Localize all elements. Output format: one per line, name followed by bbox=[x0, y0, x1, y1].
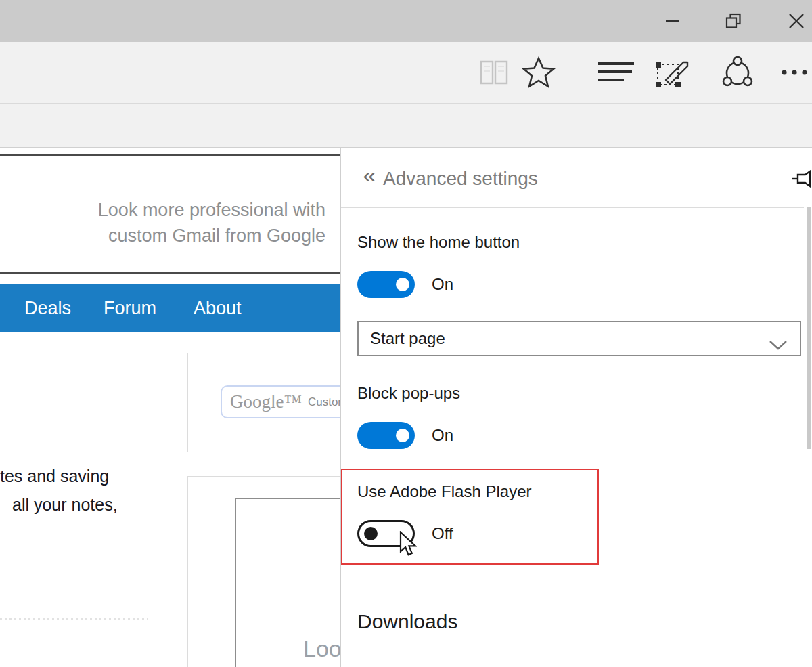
custom-search-watermark: Custom bbox=[308, 395, 340, 409]
back-button[interactable]: « bbox=[356, 160, 383, 190]
toggle-knob bbox=[396, 278, 409, 291]
title-bar bbox=[0, 0, 812, 42]
nav-link-about[interactable]: About bbox=[194, 298, 242, 319]
toggle-knob bbox=[396, 429, 409, 442]
home-button-toggle[interactable] bbox=[357, 271, 415, 298]
hub-button[interactable] bbox=[594, 42, 639, 103]
ad-text-line2: custom Gmail from Google bbox=[98, 223, 325, 249]
toggle-knob bbox=[364, 527, 378, 540]
popups-toggle-state: On bbox=[432, 426, 453, 445]
toolbar-divider bbox=[566, 56, 566, 89]
page-text-line1: tes and saving bbox=[0, 467, 109, 486]
share-icon bbox=[721, 56, 754, 89]
mouse-cursor bbox=[399, 531, 417, 559]
reading-view-icon bbox=[478, 59, 510, 86]
google-watermark: Google™ bbox=[230, 391, 302, 412]
web-page-content: Look more professional with custom Gmail… bbox=[0, 148, 340, 667]
favorites-star-icon bbox=[522, 56, 556, 89]
restore-button[interactable] bbox=[710, 0, 757, 42]
custom-search-input[interactable]: Google™ Custom bbox=[221, 385, 340, 418]
scrollbar-track bbox=[809, 449, 809, 667]
setting-label-flash: Use Adobe Flash Player bbox=[357, 482, 531, 501]
home-button-toggle-state: On bbox=[432, 275, 453, 294]
setting-label-home-button: Show the home button bbox=[357, 233, 520, 252]
browser-toolbar bbox=[0, 42, 812, 148]
start-page-dropdown[interactable]: Start page bbox=[357, 321, 801, 356]
page-text-line2: all your notes, bbox=[12, 495, 118, 515]
panel-header-divider bbox=[341, 207, 804, 208]
dropdown-value: Start page bbox=[370, 329, 445, 348]
hub-icon bbox=[597, 61, 635, 84]
setting-label-popups: Block pop-ups bbox=[357, 384, 460, 403]
nav-link-deals[interactable]: Deals bbox=[24, 298, 71, 319]
content-card: Loo bbox=[187, 476, 340, 667]
toolbar-row-divider bbox=[0, 103, 812, 104]
panel-title: Advanced settings bbox=[383, 168, 538, 190]
browser-window: Look more professional with custom Gmail… bbox=[0, 0, 812, 667]
more-button[interactable] bbox=[780, 42, 812, 103]
share-button[interactable] bbox=[717, 42, 758, 103]
popups-toggle[interactable] bbox=[357, 422, 415, 449]
minimize-button[interactable] bbox=[649, 0, 696, 42]
dotted-divider bbox=[0, 618, 148, 620]
ad-banner[interactable]: Look more professional with custom Gmail… bbox=[0, 154, 340, 274]
reading-view-button[interactable] bbox=[475, 42, 513, 103]
more-icon bbox=[780, 68, 811, 77]
restore-icon bbox=[725, 13, 742, 29]
chevron-down-icon bbox=[769, 335, 788, 354]
site-nav-bar: Deals Forum About bbox=[0, 284, 340, 332]
ad-text: Look more professional with custom Gmail… bbox=[98, 197, 325, 249]
partial-text: Loo bbox=[303, 636, 340, 662]
pin-icon bbox=[792, 169, 812, 188]
pin-button[interactable] bbox=[792, 169, 812, 188]
advanced-settings-panel: « Advanced settings Show the home button… bbox=[340, 148, 812, 667]
close-icon bbox=[788, 13, 805, 29]
ad-text-line1: Look more professional with bbox=[98, 197, 325, 223]
web-note-icon bbox=[654, 56, 690, 89]
downloads-section-heading: Downloads bbox=[357, 610, 457, 633]
scrollbar-thumb[interactable] bbox=[807, 207, 811, 449]
nav-link-forum[interactable]: Forum bbox=[104, 298, 156, 319]
favorites-button[interactable] bbox=[518, 42, 559, 103]
web-note-button[interactable] bbox=[651, 42, 693, 103]
minimize-icon bbox=[665, 14, 680, 28]
flash-toggle-state: Off bbox=[432, 524, 453, 543]
close-button[interactable] bbox=[773, 0, 812, 42]
search-card: Google™ Custom bbox=[187, 353, 340, 452]
